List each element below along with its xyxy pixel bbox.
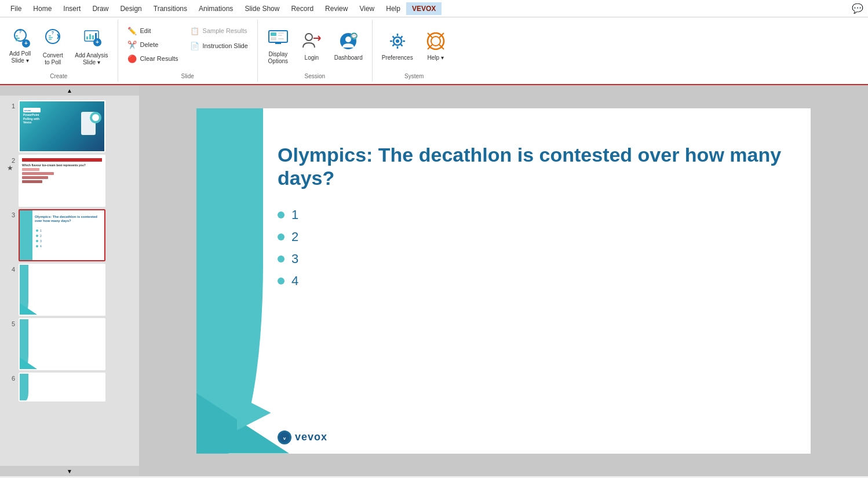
- help-button[interactable]: Help ▾: [420, 25, 451, 67]
- instruction-slide-icon: 📄: [190, 42, 199, 50]
- svg-text:vevox: vevox: [24, 109, 31, 112]
- add-analysis-slide-button[interactable]: + Add AnalysisSlide ▾: [70, 25, 112, 67]
- slide-number-1: 1: [5, 103, 15, 110]
- create-group-label: Create: [5, 72, 113, 82]
- slide-option-1: 1: [278, 207, 787, 222]
- slide-thumb-4[interactable]: 4: [2, 262, 137, 317]
- ribbon-group-create: ? + Add PollSlide ▾: [0, 20, 118, 82]
- instruction-slide-button[interactable]: 📄 Instruction Slide: [185, 39, 253, 52]
- delete-button[interactable]: ✂️ Delete: [123, 38, 183, 51]
- menu-slide-show[interactable]: Slide Show: [239, 2, 285, 15]
- menu-transitions[interactable]: Transitions: [148, 2, 193, 15]
- delete-label: Delete: [140, 41, 159, 48]
- sample-results-icon: 📋: [190, 27, 199, 35]
- add-analysis-slide-icon: +: [81, 26, 102, 50]
- comments-icon[interactable]: 💬: [852, 3, 863, 14]
- menu-animations[interactable]: Animations: [193, 2, 239, 15]
- menu-review[interactable]: Review: [319, 2, 353, 15]
- slide-thumb-3[interactable]: 3 Olympics: The decathlon is contested o…: [2, 208, 137, 262]
- slide-thumb-5[interactable]: 5: [2, 317, 137, 371]
- menu-vevox[interactable]: VEVOX: [406, 2, 442, 15]
- svg-point-54: [92, 114, 99, 121]
- edit-button[interactable]: ✏️ Edit: [123, 24, 183, 37]
- option-3-text: 3: [291, 251, 298, 267]
- slide-thumbnail-5[interactable]: [19, 318, 105, 370]
- svg-line-41: [400, 45, 402, 46]
- slide-main-area: Olympics: The decathlon is contested ove…: [139, 85, 868, 476]
- slide-thumbnail-6[interactable]: [19, 373, 105, 402]
- slide-canvas: Olympics: The decathlon is contested ove…: [196, 108, 811, 454]
- instruction-slide-label: Instruction Slide: [203, 42, 248, 49]
- login-label: Login: [305, 54, 319, 61]
- preferences-icon: [386, 30, 409, 54]
- slide-star-2: ★: [7, 164, 13, 172]
- ribbon-group-session: DisplayOptions Login: [258, 20, 373, 82]
- option-2-text: 2: [291, 229, 298, 245]
- menu-home[interactable]: Home: [27, 2, 57, 15]
- slide-2-header-bar: [22, 158, 102, 162]
- menu-design[interactable]: Design: [114, 2, 147, 15]
- slide-2-bar-1: [22, 168, 102, 171]
- slide-thumbnail-4[interactable]: [19, 264, 105, 316]
- slide-3-bullets: 1 2 3 4: [36, 229, 42, 250]
- slide-vevox-logo: v vevox: [278, 430, 327, 444]
- svg-text:?: ?: [19, 29, 21, 34]
- slide-3-teal-bar: [20, 210, 32, 260]
- preferences-label: Preferences: [382, 54, 413, 61]
- sample-results-button[interactable]: 📋 Sample Results: [185, 24, 253, 37]
- slide-6-teal: [20, 374, 28, 400]
- edit-label: Edit: [140, 27, 151, 34]
- convert-to-poll-button[interactable]: ? Convertto Poll: [38, 25, 68, 67]
- clear-results-button[interactable]: 🔴 Clear Results: [123, 52, 183, 65]
- slide-thumbnail-3[interactable]: Olympics: The decathlon is contested ove…: [19, 209, 105, 261]
- slide-group-label: Slide: [123, 72, 253, 82]
- display-options-icon: [267, 27, 289, 50]
- add-poll-slide-label: Add PollSlide ▾: [9, 50, 31, 64]
- svg-rect-23: [271, 37, 276, 41]
- svg-point-45: [431, 37, 440, 46]
- login-button[interactable]: Login: [296, 25, 327, 67]
- help-icon: [425, 30, 447, 54]
- display-options-label: DisplayOptions: [268, 51, 288, 65]
- menu-help[interactable]: Help: [380, 2, 406, 15]
- preferences-button[interactable]: Preferences: [377, 25, 418, 67]
- bullet-1: [278, 211, 285, 218]
- slide-number-3: 3: [5, 211, 15, 218]
- menu-view[interactable]: View: [353, 2, 380, 15]
- svg-line-42: [400, 36, 402, 38]
- menu-insert[interactable]: Insert: [57, 2, 86, 15]
- svg-rect-4: [16, 40, 19, 41]
- svg-rect-21: [278, 32, 284, 34]
- slide-option-3: 3: [278, 251, 787, 267]
- add-poll-slide-button[interactable]: ? + Add PollSlide ▾: [5, 25, 35, 67]
- clear-results-label: Clear Results: [140, 55, 178, 62]
- menu-record[interactable]: Record: [285, 2, 319, 15]
- slide-thumb-2[interactable]: 2 ★ Which flavour Ice-cream best represe…: [2, 154, 137, 208]
- display-options-button[interactable]: DisplayOptions: [262, 25, 294, 67]
- system-group-label: System: [377, 72, 451, 82]
- ribbon-group-system-items: Preferences Help ▾: [377, 20, 451, 72]
- slide-thumb-6[interactable]: 6: [2, 371, 137, 403]
- vevox-logo-icon: v: [278, 430, 291, 444]
- slide-2-bars: [22, 168, 102, 183]
- scroll-up-button[interactable]: ▲: [0, 85, 139, 96]
- dashboard-button[interactable]: 💬 Dashboard: [330, 25, 367, 67]
- dashboard-label: Dashboard: [334, 54, 363, 61]
- slide-5-content: [20, 319, 104, 369]
- svg-point-35: [396, 39, 399, 43]
- slide-number-6: 6: [5, 375, 15, 382]
- slide-number-2: 2: [5, 157, 15, 164]
- convert-to-poll-label: Convertto Poll: [43, 52, 63, 66]
- slide-thumbnail-1[interactable]: vevox PowerPointPolling withVevox: [19, 100, 105, 152]
- slide-thumb-1[interactable]: 1 vevox PowerPointPolling withVevox: [2, 99, 137, 154]
- slide-panel: ▲ 1 vevox PowerPointPolling withVev: [0, 85, 139, 476]
- menu-draw[interactable]: Draw: [86, 2, 114, 15]
- slide-2-bar-3: [22, 176, 102, 179]
- ribbon-content: ? + Add PollSlide ▾: [0, 17, 868, 84]
- help-label: Help ▾: [427, 54, 443, 61]
- slide-thumbnail-2[interactable]: Which flavour Ice-cream best represents …: [19, 155, 105, 207]
- bullet-3: [278, 256, 285, 262]
- scroll-down-button[interactable]: ▼: [0, 466, 139, 476]
- ribbon-group-slide: ✏️ Edit ✂️ Delete 🔴 Clear Results 📋: [118, 20, 258, 82]
- menu-file[interactable]: File: [5, 2, 27, 15]
